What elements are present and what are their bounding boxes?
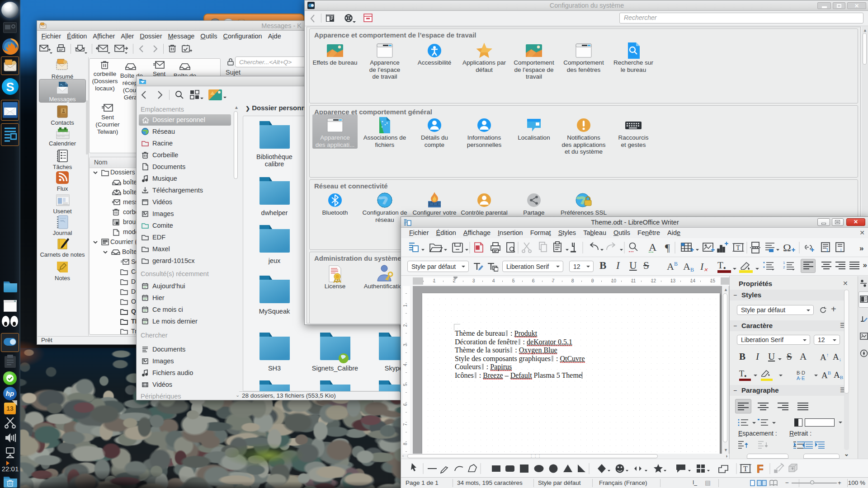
svg-text:Chercher: Chercher <box>141 332 168 339</box>
svg-text:Skype: Skype <box>385 365 401 372</box>
svg-text:calibre: calibre <box>265 160 284 168</box>
svg-text:Images: Images <box>152 210 174 217</box>
svg-text:MySqueak: MySqueak <box>259 308 290 315</box>
svg-text:F: F <box>757 463 764 475</box>
svg-text:Consulté(s) récemment: Consulté(s) récemment <box>141 270 209 277</box>
svg-text:Dossier personnel: Dossier personnel <box>152 116 205 123</box>
svg-text:A: A <box>649 241 657 253</box>
svg-text:2: 2 <box>783 265 785 269</box>
svg-text:i: i <box>840 248 841 253</box>
svg-text:EDF: EDF <box>152 234 165 241</box>
svg-text:1: 1 <box>826 248 829 253</box>
svg-text:boîte: boîte <box>123 188 137 196</box>
svg-text:Téléchargements: Téléchargements <box>152 187 203 194</box>
svg-text:jeux: jeux <box>268 257 281 264</box>
svg-text:Réseau: Réseau <box>152 128 175 135</box>
svg-text:Courrier (: Courrier ( <box>110 238 137 245</box>
svg-text:Boîte: Boîte <box>122 248 137 255</box>
svg-text:T: T <box>743 465 748 473</box>
svg-text:dwhelper: dwhelper <box>261 209 288 216</box>
svg-text:Ce mois ci: Ce mois ci <box>152 306 183 313</box>
svg-text:Signets_Calibre: Signets_Calibre <box>312 365 358 372</box>
svg-text:Périphériques: Périphériques <box>141 393 181 399</box>
svg-text:Bibliothèque: Bibliothèque <box>256 153 292 160</box>
svg-text:Racine: Racine <box>152 140 173 147</box>
svg-text:Comite: Comite <box>152 222 173 229</box>
svg-text:T: T <box>736 244 740 251</box>
svg-text:SH3: SH3 <box>268 365 281 372</box>
svg-text:1: 1 <box>783 261 785 265</box>
svg-text:Documents: Documents <box>152 346 185 353</box>
svg-text:Aujourd’hui: Aujourd’hui <box>152 282 185 290</box>
svg-text:Corbeille: Corbeille <box>152 151 178 159</box>
svg-text:Ω: Ω <box>783 242 791 253</box>
svg-text:Dossiers: Dossiers <box>110 169 135 176</box>
svg-text:»: » <box>859 244 863 253</box>
svg-text:Maxel: Maxel <box>152 245 170 253</box>
svg-text:Le mois dernier: Le mois dernier <box>152 318 198 325</box>
svg-text:Vidéos: Vidéos <box>152 198 172 206</box>
svg-text:gerard-1015cx: gerard-1015cx <box>152 257 195 264</box>
svg-text:boîte: boîte <box>123 178 137 186</box>
svg-text:Documents: Documents <box>152 163 185 170</box>
svg-text:Images: Images <box>152 357 174 365</box>
svg-text:Hier: Hier <box>152 294 165 301</box>
svg-text:Fichiers audio: Fichiers audio <box>152 369 193 376</box>
svg-text:Vidéos: Vidéos <box>152 381 172 388</box>
svg-text:Musique: Musique <box>152 175 177 182</box>
svg-text:¶: ¶ <box>665 242 670 253</box>
